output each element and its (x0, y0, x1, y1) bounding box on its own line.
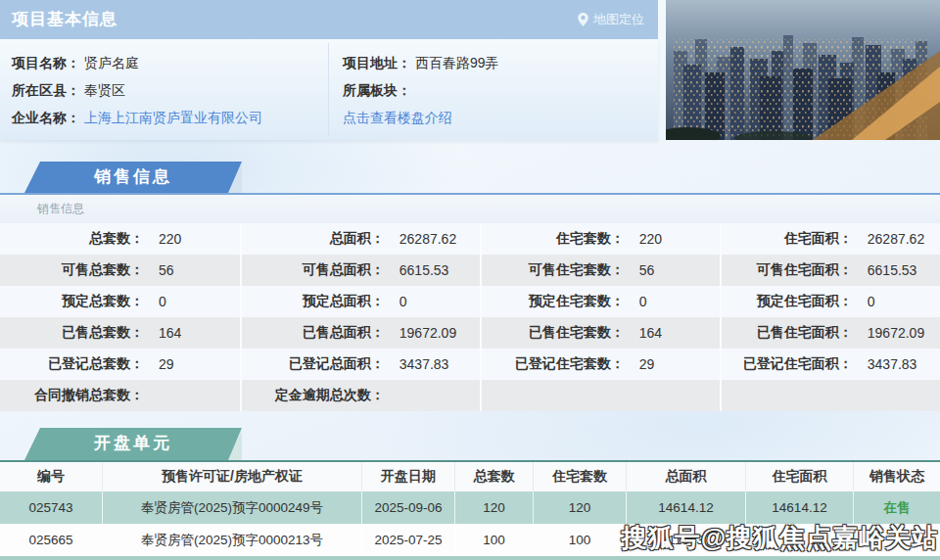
unit-total-area: 14614.12 (627, 491, 746, 524)
field-label: 定金逾期总次数： (242, 387, 385, 404)
sales-field: 总面积：26287.62 (240, 223, 480, 255)
sales-field (480, 380, 720, 411)
units-col-header: 住宅套数 (534, 462, 627, 491)
field-value: 220 (639, 231, 662, 247)
field-value: 西百春路99弄 (415, 55, 499, 70)
sales-field: 预定住宅套数：0 (480, 286, 720, 317)
units-col-header: 销售状态 (854, 462, 940, 491)
sales-field: 可售总面积：6615.53 (240, 255, 480, 286)
units-table-header: 编号 预售许可证/房地产权证 开盘日期 总套数 住宅套数 总面积 住宅面积 销售… (0, 462, 940, 491)
field-value: 0 (868, 294, 875, 309)
field-label: 已登记总套数： (0, 355, 144, 373)
sales-field: 定金逾期总次数： (240, 380, 480, 411)
sales-field: 已登记总套数：29 (0, 349, 240, 380)
unit-permit: 奉贤房管(2025)预字0000249号 (103, 491, 362, 524)
table-row: 已登记总套数：29 已登记总面积：3437.83 已登记住宅套数：29 已登记住… (0, 349, 940, 380)
table-bottom-border (0, 556, 940, 560)
status-badge: 在售 (854, 491, 940, 524)
sales-field: 已售总面积：19672.09 (240, 317, 480, 349)
unit-permit: 奉贤房管(2025)预字0000213号 (103, 524, 362, 556)
field-label: 可售住宅套数： (482, 261, 625, 279)
sales-field: 可售总套数：56 (0, 255, 240, 286)
sales-field: 预定总套数：0 (0, 286, 240, 317)
field-value: 220 (159, 231, 181, 247)
company-link[interactable]: 上海上江南贤庐置业有限公司 (84, 110, 262, 125)
field-label: 已登记住宅套数： (482, 355, 625, 373)
field-label: 合同撤销总套数： (0, 387, 144, 404)
unit-residential-area (746, 524, 854, 556)
unit-total-count: 100 (455, 524, 534, 556)
unit-open-date: 2025-09-06 (362, 491, 455, 524)
tab-label: 开盘单元 (24, 428, 242, 460)
table-row[interactable]: 025665 奉贤房管(2025)预字0000213号 2025-07-25 1… (0, 524, 940, 556)
field-value: 56 (639, 262, 655, 278)
tab-opening-units[interactable]: 开盘单元 (24, 428, 242, 460)
field-label: 已登记住宅面积： (722, 355, 853, 373)
field-label: 预定住宅面积： (722, 293, 853, 310)
field-label: 已登记总面积： (242, 355, 385, 373)
sales-field: 住宅面积：26287.62 (720, 223, 940, 255)
field-label: 已售住宅套数： (482, 324, 625, 342)
field-company: 企业名称： 上海上江南贤庐置业有限公司 (12, 104, 262, 131)
unit-open-date: 2025-07-25 (362, 524, 455, 556)
sales-info-panel: 销售信息 总套数：220 总面积：26287.62 住宅套数：220 住宅面积：… (0, 193, 940, 411)
field-label: 预定总套数： (0, 293, 144, 310)
sales-table: 总套数：220 总面积：26287.62 住宅套数：220 住宅面积：26287… (0, 223, 940, 411)
unit-residential-count: 120 (534, 491, 627, 524)
tab-sales-info[interactable]: 销售信息 (24, 162, 242, 193)
field-value: 奉贤区 (84, 82, 125, 98)
table-row: 已售总套数：164 已售总面积：19672.09 已售住宅套数：164 已售住宅… (0, 317, 940, 349)
table-row[interactable]: 025743 奉贤房管(2025)预字0000249号 2025-09-06 1… (0, 491, 940, 524)
sales-field: 总套数：220 (0, 223, 240, 255)
field-value: 29 (639, 356, 655, 372)
field-value: 6615.53 (400, 262, 449, 278)
field-value: 0 (159, 294, 166, 309)
sales-field: 合同撤销总套数： (0, 380, 240, 411)
unit-status (854, 524, 940, 556)
sales-field: 住宅套数：220 (480, 223, 720, 255)
sales-field: 已登记住宅套数：29 (480, 349, 720, 380)
field-label: 项目地址： (343, 55, 411, 70)
field-label: 总面积： (242, 230, 385, 248)
opening-units-panel: 编号 预售许可证/房地产权证 开盘日期 总套数 住宅套数 总面积 住宅面积 销售… (0, 460, 940, 560)
project-info-panel: 项目名称： 贤庐名庭 所在区县： 奉贤区 企业名称： 上海上江南贤庐置业有限公司… (0, 39, 658, 140)
field-label: 住宅面积： (722, 230, 853, 248)
sales-field: 已登记总面积：3437.83 (240, 349, 480, 380)
field-label: 所在区县： (12, 82, 80, 98)
unit-id: 025743 (0, 491, 103, 524)
units-col-header: 总套数 (455, 462, 534, 491)
project-info-right-column: 项目地址： 西百春路99弄 所属板块： 点击查看楼盘介绍 (343, 49, 498, 131)
field-sector: 所属板块： (343, 76, 498, 104)
field-label: 可售总面积： (242, 261, 385, 279)
field-label: 已售住宅面积： (722, 324, 853, 342)
field-label: 企业名称： (12, 110, 80, 125)
sales-field: 已登记住宅面积：3437.83 (720, 349, 940, 380)
map-locate-label: 地图定位 (593, 11, 644, 28)
map-pin-icon (578, 13, 588, 26)
field-label: 项目名称： (12, 55, 80, 70)
sales-field: 预定住宅面积：0 (720, 286, 940, 317)
view-intro-link[interactable]: 点击查看楼盘介绍 (343, 110, 452, 125)
page-title: 项目基本信息 (12, 0, 118, 39)
field-value: 26287.62 (868, 231, 924, 247)
sales-field: 已售总套数：164 (0, 317, 240, 349)
table-row: 合同撤销总套数： 定金逾期总次数： (0, 380, 940, 411)
field-value: 56 (159, 262, 174, 278)
field-value: 0 (400, 294, 407, 309)
sales-field: 可售住宅面积：6615.53 (720, 255, 940, 286)
field-label: 可售总套数： (0, 261, 144, 279)
project-info-left-column: 项目名称： 贤庐名庭 所在区县： 奉贤区 企业名称： 上海上江南贤庐置业有限公司 (12, 49, 262, 131)
field-label: 所属板块： (343, 82, 411, 98)
map-locate-button[interactable]: 地图定位 (578, 0, 644, 39)
field-label: 预定总面积： (242, 293, 385, 310)
field-label: 可售住宅面积： (722, 261, 853, 279)
project-photo (666, 0, 940, 140)
field-district: 所在区县： 奉贤区 (12, 76, 262, 104)
units-col-header: 总面积 (627, 462, 746, 491)
field-value: 29 (159, 356, 174, 372)
field-value: 3437.83 (868, 356, 917, 372)
table-row: 总套数：220 总面积：26287.62 住宅套数：220 住宅面积：26287… (0, 223, 940, 255)
field-value: 19672.09 (400, 325, 456, 341)
unit-total-count: 120 (455, 491, 534, 524)
tab-label: 销售信息 (24, 162, 242, 193)
